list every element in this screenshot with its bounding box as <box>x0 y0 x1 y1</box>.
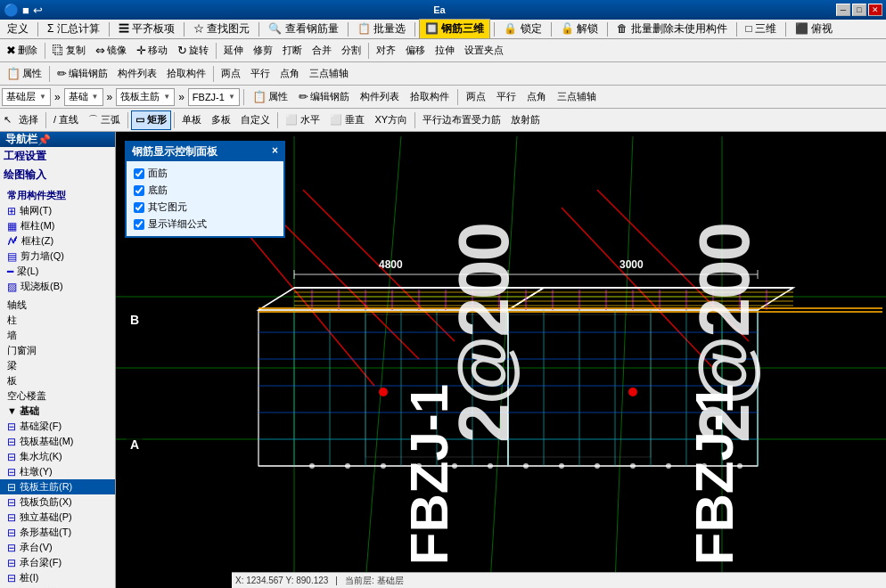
xy-direction-button[interactable]: XY方向 <box>370 110 412 130</box>
pick-component2-button[interactable]: 拾取构件 <box>406 87 454 107</box>
nav-beam[interactable]: ━梁(L) <box>0 264 115 279</box>
vertical-button[interactable]: ⬜ 垂直 <box>325 110 369 130</box>
menu-batch-select[interactable]: 📋 批量选 <box>352 20 411 38</box>
horizontal-button[interactable]: ⬜ 水平 <box>281 110 324 130</box>
nav-hollow-floor[interactable]: 空心楼盖 <box>0 388 115 404</box>
line-button[interactable]: / 直线 <box>49 110 83 130</box>
merge-button[interactable]: 合并 <box>308 41 336 61</box>
set-grip-button[interactable]: 设置夹点 <box>460 41 508 61</box>
menu-define[interactable]: 定义 <box>2 20 34 38</box>
other-elements-checkbox[interactable] <box>134 202 144 213</box>
panel-title: 钢筋显示控制面板 × <box>127 143 283 161</box>
rectangle-button[interactable]: ▭ 矩形 <box>131 110 171 130</box>
parallel-layout-button[interactable]: 平行边布置受力筋 <box>418 110 505 130</box>
menu-3d[interactable]: □ 三维 <box>741 20 783 38</box>
nav-common-types[interactable]: 常用构件类型 <box>0 188 115 203</box>
mirror-button[interactable]: ⇔镜像 <box>91 41 131 61</box>
nav-foundation-beam[interactable]: ⊟基础梁(F) <box>0 419 115 434</box>
select-button[interactable]: 选择 <box>14 110 43 130</box>
nav-foundation[interactable]: ▼ 基础 <box>0 404 115 419</box>
close-button[interactable]: ✕ <box>868 4 882 16</box>
menu-rebar-3d[interactable]: 🔲 钢筋三维 <box>419 19 490 39</box>
three-point-aux-button[interactable]: 三点辅轴 <box>305 64 353 84</box>
nav-slab[interactable]: ▨现浇板(B) <box>0 279 115 294</box>
angle2-button[interactable]: 点角 <box>522 87 551 107</box>
nav-pile-cap-beam[interactable]: ⊟承台梁(F) <box>0 555 115 570</box>
menu-unlock[interactable]: 🔓 解锁 <box>555 20 603 38</box>
pick-component-button[interactable]: 拾取构件 <box>162 64 210 84</box>
properties-button[interactable]: 📋属性 <box>2 64 46 84</box>
custom-button[interactable]: 自定义 <box>236 110 275 130</box>
parallel2-button[interactable]: 平行 <box>492 87 521 107</box>
nav-raft-neg-rebar[interactable]: ⊟筏板负筋(X) <box>0 494 115 510</box>
copy-button[interactable]: ⿻复制 <box>48 41 90 61</box>
stretch-button[interactable]: 拉伸 <box>431 41 459 61</box>
rotate-button[interactable]: ↻旋转 <box>173 41 213 61</box>
component-dropdown[interactable]: FBZJ-1 <box>188 88 240 106</box>
nav-independent-base[interactable]: ⊟独立基础(P) <box>0 510 115 525</box>
menu-summary[interactable]: Σ 汇总计算 <box>42 20 105 38</box>
menu-rebar-qty[interactable]: 🔍 查看钢筋量 <box>263 20 343 38</box>
nav-plate[interactable]: 板 <box>0 373 115 388</box>
nav-project-settings[interactable]: 工程设置 <box>0 147 115 166</box>
delete-button[interactable]: ✖删除 <box>2 41 42 61</box>
base-dropdown[interactable]: 基础 <box>64 88 103 106</box>
detail-formula-checkbox[interactable] <box>134 219 144 230</box>
single-board-button[interactable]: 单板 <box>177 110 206 130</box>
parallel-button[interactable]: 平行 <box>246 64 275 84</box>
menu-lock[interactable]: 🔒 锁定 <box>498 20 546 38</box>
component-list2-button[interactable]: 构件列表 <box>356 87 404 107</box>
nav-raft-main-rebar[interactable]: ⊟筏板主筋(R) <box>0 479 115 494</box>
nav-column-z[interactable]: 🗲框柱(Z) <box>0 233 115 249</box>
move-button[interactable]: ✛移动 <box>132 41 172 61</box>
align-button[interactable]: 对齐 <box>372 41 400 61</box>
arc-button[interactable]: ⌒ 三弧 <box>84 110 125 130</box>
menu-batch-delete[interactable]: 🗑 批量删除未使用构件 <box>611 20 732 38</box>
menu-find-element[interactable]: ☆ 查找图元 <box>188 20 255 38</box>
nav-shear-wall[interactable]: ▤剪力墙(Q) <box>0 249 115 264</box>
minimize-button[interactable]: ─ <box>836 4 850 16</box>
nav-column-m[interactable]: ▦框柱(M) <box>0 218 115 233</box>
face-rebar-checkbox[interactable] <box>134 168 144 179</box>
menu-align-board[interactable]: ☰ 平齐板项 <box>113 20 180 38</box>
maximize-button[interactable]: □ <box>852 4 866 16</box>
nav-wall[interactable]: 墙 <box>0 328 115 343</box>
two-point-button[interactable]: 两点 <box>217 64 245 84</box>
menu-top-view[interactable]: ⬛ 俯视 <box>790 20 838 38</box>
break-button[interactable]: 打断 <box>278 41 307 61</box>
svg-marker-17 <box>508 310 758 466</box>
multi-board-button[interactable]: 多板 <box>207 110 235 130</box>
edit-rebar2-button[interactable]: ✏编辑钢筋 <box>294 87 354 107</box>
nav-beam2[interactable]: 梁 <box>0 358 115 373</box>
trim-button[interactable]: 修剪 <box>249 41 277 61</box>
three-point2-button[interactable]: 三点辅轴 <box>553 87 601 107</box>
svg-line-2 <box>490 136 517 584</box>
nav-pile[interactable]: ⊟桩(I) <box>0 570 115 585</box>
panel-close-button[interactable]: × <box>272 144 278 159</box>
nav-door-window[interactable]: 门窗洞 <box>0 343 115 358</box>
bottom-rebar-checkbox[interactable] <box>134 185 144 196</box>
layer-dropdown[interactable]: 基础层 <box>2 88 51 106</box>
nav-axis-grid[interactable]: ⊞轴网(T) <box>0 203 115 218</box>
point-angle-button[interactable]: 点角 <box>275 64 304 84</box>
nav-column-pier[interactable]: ⊟柱墩(Y) <box>0 464 115 479</box>
edit-rebar-button[interactable]: ✏编辑钢筋 <box>53 64 112 84</box>
properties2-button[interactable]: 📋属性 <box>248 87 292 107</box>
nav-pile-cap[interactable]: ⊟承台(V) <box>0 540 115 555</box>
nav-axis[interactable]: 轴线 <box>0 298 115 313</box>
two-point2-button[interactable]: 两点 <box>462 87 490 107</box>
nav-pin-button[interactable]: 📌 <box>37 134 51 146</box>
split-button[interactable]: 分割 <box>337 41 365 61</box>
nav-raft-base[interactable]: ⊟筏板基础(M) <box>0 434 115 449</box>
component-list-button[interactable]: 构件列表 <box>113 64 161 84</box>
extend-button[interactable]: 延伸 <box>219 41 248 61</box>
panel-item-face-rebar: 面筋 <box>134 165 276 182</box>
nav-draw-input[interactable]: 绘图输入 <box>0 166 115 184</box>
nav-col[interactable]: 柱 <box>0 313 115 328</box>
cad-canvas-area[interactable]: 2@200 2@200 FBZJ-1 FBZJ-1 4800 3000 A B … <box>116 132 886 588</box>
radial-button[interactable]: 放射筋 <box>506 110 545 130</box>
offset-button[interactable]: 偏移 <box>401 41 430 61</box>
nav-sump[interactable]: ⊟集水坑(K) <box>0 449 115 464</box>
nav-strip-base[interactable]: ⊟条形基础(T) <box>0 525 115 540</box>
rebar-type-dropdown[interactable]: 筏板主筋 <box>116 88 175 106</box>
